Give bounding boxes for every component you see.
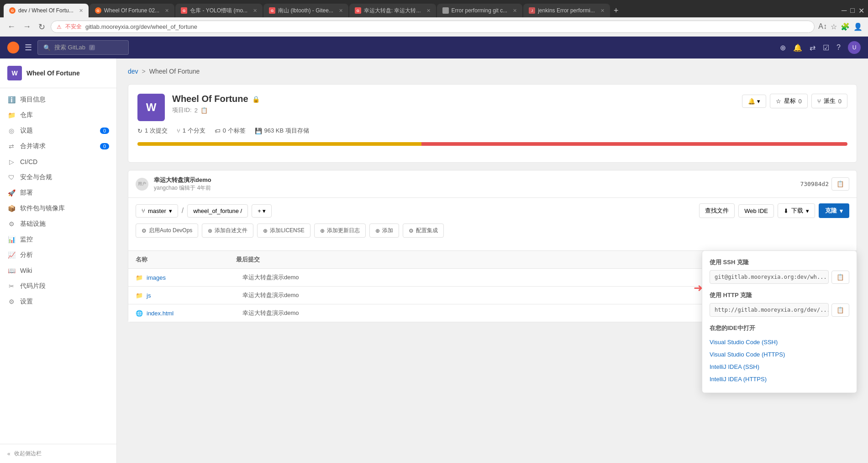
sidebar-item-issues[interactable]: ◎ 议题 0 xyxy=(0,123,116,138)
configure-integration-button[interactable]: ⚙ 配置集成 xyxy=(403,224,444,238)
add-changelog-button[interactable]: ⊕ 添加更新日志 xyxy=(314,224,366,238)
breadcrumb-dev-link[interactable]: dev xyxy=(128,68,138,75)
commit-hash: 730984d2 📋 xyxy=(800,177,849,191)
nav-extras: A↕ ☆ 🧩 👤 xyxy=(818,22,863,31)
merge-request-icon[interactable]: ⇄ xyxy=(810,43,815,52)
fork-count: 0 xyxy=(838,98,842,105)
sidebar-collapse[interactable]: « 收起侧边栏 xyxy=(0,444,116,463)
tab-3[interactable]: G 仓库 - YOLO懵喵 (mo... ✕ xyxy=(175,4,263,17)
sidebar-item-monitor[interactable]: 📊 监控 xyxy=(0,232,116,247)
sidebar-item-wiki[interactable]: 📖 Wiki xyxy=(0,263,116,278)
add-license-button[interactable]: ⊕ 添加LICENSE xyxy=(257,224,310,238)
notification-button[interactable]: 🔔 ▾ xyxy=(742,95,766,108)
address-bar[interactable]: ⚠ 不安全 gitlab.mooreyxia.org/dev/wheel_of_… xyxy=(51,21,815,33)
branch-selector[interactable]: ⑂ master ▾ xyxy=(136,204,178,218)
file-link-js[interactable]: js xyxy=(147,292,242,299)
tab-5[interactable]: G 幸运大转盘: 幸运大转... ✕ xyxy=(349,4,436,17)
sidebar-item-repo[interactable]: 📁 仓库 xyxy=(0,107,116,123)
tab-7[interactable]: J jenkins Error performi... ✕ xyxy=(523,4,610,17)
tab6-close[interactable]: ✕ xyxy=(513,8,517,14)
wiki-icon: 📖 xyxy=(7,266,16,275)
notifications-icon[interactable]: 🔔 xyxy=(793,43,802,52)
tab5-close[interactable]: ✕ xyxy=(426,8,431,14)
sidebar-item-settings[interactable]: ⚙ 设置 xyxy=(0,294,116,309)
tab3-close[interactable]: ✕ xyxy=(253,8,257,14)
copy-ssh-button[interactable]: 📋 xyxy=(831,271,849,284)
forward-button[interactable]: → xyxy=(21,20,33,33)
add-more-button[interactable]: ⊕ 添加 xyxy=(369,224,399,238)
tab2-close[interactable]: ✕ xyxy=(165,8,169,14)
sidebar-item-deploy[interactable]: 🚀 部署 xyxy=(0,185,116,201)
clone-button[interactable]: 克隆 ▾ xyxy=(819,203,849,218)
action-row: ⚙ 启用Auto DevOps ⊕ 添加自述文件 ⊕ 添加LICENSE ⊕ xyxy=(136,224,849,238)
tab-2[interactable]: G Wheel Of Fortune 02... ✕ xyxy=(89,4,174,17)
sidebar-item-project-info[interactable]: ℹ️ 项目信息 xyxy=(0,92,116,107)
copy-http-button[interactable]: 📋 xyxy=(831,303,849,317)
tab4-close[interactable]: ✕ xyxy=(339,8,343,14)
http-clone-row: http://gitlab.mooreyxia.org/dev/... 📋 xyxy=(710,303,849,317)
branch-label: master xyxy=(148,208,166,214)
minimize-btn[interactable]: ─ xyxy=(842,6,847,15)
refresh-button[interactable]: ↻ xyxy=(37,20,47,34)
maximize-btn[interactable]: □ xyxy=(850,6,855,15)
user-avatar[interactable]: U xyxy=(848,41,861,54)
sidebar-item-merge-requests[interactable]: ⇄ 合并请求 0 xyxy=(0,138,116,154)
gitlab-logo[interactable] xyxy=(7,42,19,53)
copy-id-icon[interactable]: 📋 xyxy=(200,107,208,114)
download-button[interactable]: ⬇ 下载 ▾ xyxy=(778,203,815,218)
create-icon[interactable]: ⊕ xyxy=(780,43,786,52)
vscode-ssh-link[interactable]: Visual Studio Code (SSH) xyxy=(710,336,849,348)
sidebar-item-security[interactable]: 🛡 安全与合规 xyxy=(0,170,116,185)
extension-icon[interactable]: 🧩 xyxy=(841,22,850,31)
back-button[interactable]: ← xyxy=(5,20,17,33)
close-btn[interactable]: ✕ xyxy=(858,6,864,15)
web-ide-button[interactable]: Web IDE xyxy=(738,204,774,218)
sidebar-item-analytics[interactable]: 📈 分析 xyxy=(0,247,116,263)
avatar-label: 用户 xyxy=(138,181,146,187)
path-button[interactable]: wheel_of_fortune / xyxy=(187,204,248,218)
translate-icon[interactable]: A↕ xyxy=(818,22,827,31)
http-clone-input[interactable]: http://gitlab.mooreyxia.org/dev/... xyxy=(710,303,829,317)
intellij-https-link[interactable]: IntelliJ IDEA (HTTPS) xyxy=(710,373,849,385)
active-tab[interactable]: G dev / Wheel Of Fortu... ✕ xyxy=(4,4,89,17)
tab-title: dev / Wheel Of Fortu... xyxy=(18,7,74,14)
tab-6[interactable]: Error performing git c... ✕ xyxy=(437,4,523,17)
copy-commit-hash-button[interactable]: 📋 xyxy=(831,177,849,191)
sidebar-item-infrastructure[interactable]: ⚙ 基础设施 xyxy=(0,216,116,232)
project-info-icon: ℹ️ xyxy=(7,96,16,104)
project-info: Wheel Of Fortune 🔒 项目ID: 2 📋 xyxy=(172,94,742,114)
file-commit-images: 幸运大转盘演示demo xyxy=(242,273,776,282)
tab-4[interactable]: G 南山 (lbtooth) - Gitee... ✕ xyxy=(263,4,348,17)
sidebar-item-cicd[interactable]: ▷ CI/CD xyxy=(0,154,116,170)
bookmark-icon[interactable]: ☆ xyxy=(831,22,837,31)
ssh-clone-input[interactable]: git@gitlab.mooreyxia.org:dev/wh... xyxy=(710,270,829,284)
sidebar-item-packages[interactable]: 📦 软件包与镜像库 xyxy=(0,201,116,216)
find-file-button[interactable]: 查找文件 xyxy=(699,203,735,218)
file-link-index[interactable]: index.html xyxy=(147,310,242,317)
tab6-favicon xyxy=(442,7,449,14)
fork-button[interactable]: ⑂ 派生 0 xyxy=(811,94,847,108)
help-icon[interactable]: ? xyxy=(836,43,841,52)
search-bar[interactable]: 🔍 搜索 GitLab / xyxy=(37,40,129,55)
stat-commits[interactable]: ↻ 1 次提交 xyxy=(137,127,168,135)
stat-branches[interactable]: ⑂ 1 个分支 xyxy=(177,127,205,135)
todo-icon[interactable]: ☑ xyxy=(823,43,829,52)
new-tab-button[interactable]: + xyxy=(611,6,621,16)
sidebar-item-snippets[interactable]: ✂ 代码片段 xyxy=(0,278,116,294)
tab7-close[interactable]: ✕ xyxy=(600,8,605,14)
sidebar-collapse-label: 收起侧边栏 xyxy=(14,450,42,458)
add-readme-button[interactable]: ⊕ 添加自述文件 xyxy=(202,224,253,238)
profile-icon[interactable]: 👤 xyxy=(853,22,863,31)
tab-close-active[interactable]: ✕ xyxy=(79,8,83,14)
sidebar-label-repo: 仓库 xyxy=(20,111,109,119)
intellij-ssh-link[interactable]: IntelliJ IDEA (SSH) xyxy=(710,361,849,373)
auto-devops-button[interactable]: ⚙ 启用Auto DevOps xyxy=(136,224,198,238)
add-file-button[interactable]: + ▾ xyxy=(252,204,272,218)
collapse-icon: « xyxy=(7,451,11,457)
file-link-images[interactable]: images xyxy=(147,274,242,281)
vscode-https-link[interactable]: Visual Studio Code (HTTPS) xyxy=(710,348,849,361)
hamburger-icon[interactable]: ☰ xyxy=(25,43,32,53)
star-button[interactable]: ☆ 星标 0 xyxy=(770,94,808,108)
tab6-title: Error performing git c... xyxy=(452,7,508,14)
stat-tags[interactable]: 🏷 0 个标签 xyxy=(215,127,246,135)
